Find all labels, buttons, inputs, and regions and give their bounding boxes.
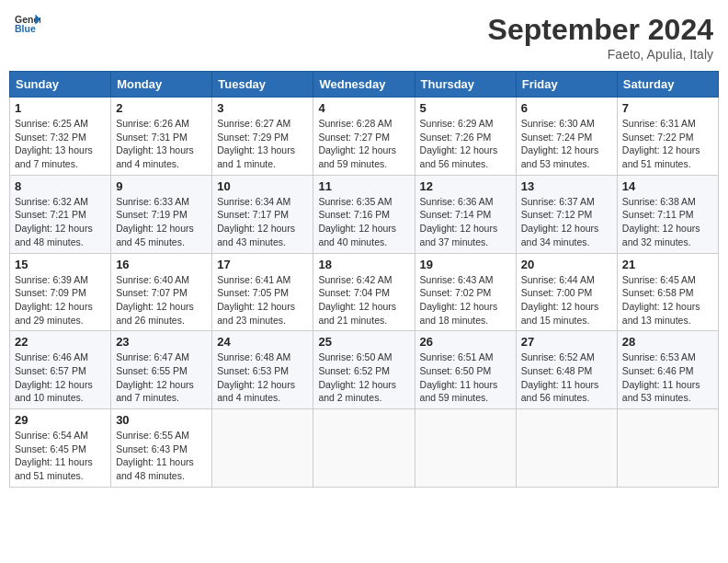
day-number: 20 (521, 258, 612, 271)
calendar-cell: 19Sunrise: 6:43 AMSunset: 7:02 PMDayligh… (415, 253, 516, 331)
day-info: Sunrise: 6:34 AMSunset: 7:17 PMDaylight:… (217, 195, 308, 249)
calendar-cell: 28Sunrise: 6:53 AMSunset: 6:46 PMDayligh… (617, 331, 718, 409)
header: General Blue September 2024 Faeto, Apuli… (9, 9, 719, 65)
calendar-cell: 4Sunrise: 6:28 AMSunset: 7:27 PMDaylight… (313, 98, 415, 176)
day-info: Sunrise: 6:45 AMSunset: 6:58 PMDaylight:… (622, 273, 713, 327)
calendar-cell: 5Sunrise: 6:29 AMSunset: 7:26 PMDaylight… (415, 98, 516, 176)
calendar-cell: 22Sunrise: 6:46 AMSunset: 6:57 PMDayligh… (10, 331, 111, 409)
logo: General Blue (15, 13, 40, 35)
calendar-cell (313, 409, 415, 488)
day-number: 2 (116, 101, 207, 115)
day-info: Sunrise: 6:48 AMSunset: 6:53 PMDaylight:… (217, 350, 308, 405)
day-info: Sunrise: 6:52 AMSunset: 6:48 PMDaylight:… (521, 350, 612, 405)
day-number: 14 (622, 179, 713, 193)
calendar-cell: 27Sunrise: 6:52 AMSunset: 6:48 PMDayligh… (516, 331, 617, 409)
day-number: 26 (420, 335, 511, 349)
day-number: 4 (318, 101, 409, 115)
calendar-cell: 24Sunrise: 6:48 AMSunset: 6:53 PMDayligh… (212, 331, 313, 409)
day-number: 28 (622, 335, 713, 349)
calendar-table: SundayMondayTuesdayWednesdayThursdayFrid… (9, 71, 719, 488)
day-info: Sunrise: 6:36 AMSunset: 7:14 PMDaylight:… (420, 195, 511, 249)
calendar-cell: 14Sunrise: 6:38 AMSunset: 7:11 PMDayligh… (617, 175, 718, 253)
day-number: 5 (420, 101, 511, 115)
calendar-cell: 26Sunrise: 6:51 AMSunset: 6:50 PMDayligh… (415, 331, 516, 409)
day-info: Sunrise: 6:39 AMSunset: 7:09 PMDaylight:… (15, 273, 106, 327)
calendar-week-row: 15Sunrise: 6:39 AMSunset: 7:09 PMDayligh… (10, 253, 719, 331)
day-number: 15 (15, 258, 106, 271)
day-number: 13 (521, 179, 612, 193)
calendar-cell: 2Sunrise: 6:26 AMSunset: 7:31 PMDaylight… (111, 98, 212, 176)
calendar-cell: 17Sunrise: 6:41 AMSunset: 7:05 PMDayligh… (212, 253, 313, 331)
day-number: 21 (622, 258, 713, 271)
day-info: Sunrise: 6:27 AMSunset: 7:29 PMDaylight:… (217, 117, 308, 171)
day-number: 6 (521, 101, 612, 115)
day-number: 30 (116, 413, 207, 427)
day-info: Sunrise: 6:55 AMSunset: 6:43 PMDaylight:… (116, 429, 207, 483)
day-info: Sunrise: 6:28 AMSunset: 7:27 PMDaylight:… (318, 117, 409, 171)
day-info: Sunrise: 6:51 AMSunset: 6:50 PMDaylight:… (420, 350, 511, 405)
day-number: 29 (15, 413, 106, 427)
calendar-cell: 18Sunrise: 6:42 AMSunset: 7:04 PMDayligh… (313, 253, 415, 331)
calendar-cell: 7Sunrise: 6:31 AMSunset: 7:22 PMDaylight… (617, 98, 718, 176)
calendar-cell: 15Sunrise: 6:39 AMSunset: 7:09 PMDayligh… (10, 253, 111, 331)
day-info: Sunrise: 6:38 AMSunset: 7:11 PMDaylight:… (622, 195, 713, 249)
day-number: 7 (622, 101, 713, 115)
day-number: 22 (15, 335, 106, 349)
calendar-cell: 6Sunrise: 6:30 AMSunset: 7:24 PMDaylight… (516, 98, 617, 176)
day-info: Sunrise: 6:54 AMSunset: 6:45 PMDaylight:… (15, 429, 106, 483)
day-number: 10 (217, 179, 308, 193)
day-number: 24 (217, 335, 308, 349)
title-area: September 2024 Faeto, Apulia, Italy (488, 13, 713, 62)
day-info: Sunrise: 6:37 AMSunset: 7:12 PMDaylight:… (521, 195, 612, 249)
day-number: 12 (420, 179, 511, 193)
calendar-cell: 3Sunrise: 6:27 AMSunset: 7:29 PMDaylight… (212, 98, 313, 176)
day-info: Sunrise: 6:40 AMSunset: 7:07 PMDaylight:… (116, 273, 207, 327)
day-number: 25 (318, 335, 409, 349)
day-info: Sunrise: 6:43 AMSunset: 7:02 PMDaylight:… (420, 273, 511, 327)
calendar-cell (212, 409, 313, 488)
col-header-sunday: Sunday (10, 72, 111, 98)
day-info: Sunrise: 6:44 AMSunset: 7:00 PMDaylight:… (521, 273, 612, 327)
calendar-cell: 11Sunrise: 6:35 AMSunset: 7:16 PMDayligh… (313, 175, 415, 253)
day-info: Sunrise: 6:47 AMSunset: 6:55 PMDaylight:… (116, 350, 207, 405)
col-header-thursday: Thursday (415, 72, 516, 98)
calendar-cell (617, 409, 718, 488)
day-info: Sunrise: 6:46 AMSunset: 6:57 PMDaylight:… (15, 350, 106, 405)
day-number: 11 (318, 179, 409, 193)
calendar-cell: 12Sunrise: 6:36 AMSunset: 7:14 PMDayligh… (415, 175, 516, 253)
day-number: 1 (15, 101, 106, 115)
col-header-wednesday: Wednesday (313, 72, 415, 98)
day-info: Sunrise: 6:53 AMSunset: 6:46 PMDaylight:… (622, 350, 713, 405)
col-header-monday: Monday (111, 72, 212, 98)
svg-text:Blue: Blue (15, 23, 36, 34)
calendar-week-row: 22Sunrise: 6:46 AMSunset: 6:57 PMDayligh… (10, 331, 719, 409)
calendar-cell: 30Sunrise: 6:55 AMSunset: 6:43 PMDayligh… (111, 409, 212, 488)
calendar-header-row: SundayMondayTuesdayWednesdayThursdayFrid… (10, 72, 719, 98)
day-info: Sunrise: 6:32 AMSunset: 7:21 PMDaylight:… (15, 195, 106, 249)
calendar-cell: 25Sunrise: 6:50 AMSunset: 6:52 PMDayligh… (313, 331, 415, 409)
calendar-cell: 23Sunrise: 6:47 AMSunset: 6:55 PMDayligh… (111, 331, 212, 409)
day-info: Sunrise: 6:30 AMSunset: 7:24 PMDaylight:… (521, 117, 612, 171)
day-number: 18 (318, 258, 409, 271)
day-info: Sunrise: 6:35 AMSunset: 7:16 PMDaylight:… (318, 195, 409, 249)
col-header-tuesday: Tuesday (212, 72, 313, 98)
day-number: 16 (116, 258, 207, 271)
calendar-cell: 29Sunrise: 6:54 AMSunset: 6:45 PMDayligh… (10, 409, 111, 488)
calendar-cell: 20Sunrise: 6:44 AMSunset: 7:00 PMDayligh… (516, 253, 617, 331)
calendar-cell: 13Sunrise: 6:37 AMSunset: 7:12 PMDayligh… (516, 175, 617, 253)
calendar-cell: 10Sunrise: 6:34 AMSunset: 7:17 PMDayligh… (212, 175, 313, 253)
day-info: Sunrise: 6:25 AMSunset: 7:32 PMDaylight:… (15, 117, 106, 171)
day-info: Sunrise: 6:26 AMSunset: 7:31 PMDaylight:… (116, 117, 207, 171)
calendar-cell: 21Sunrise: 6:45 AMSunset: 6:58 PMDayligh… (617, 253, 718, 331)
day-number: 8 (15, 179, 106, 193)
day-number: 23 (116, 335, 207, 349)
day-info: Sunrise: 6:31 AMSunset: 7:22 PMDaylight:… (622, 117, 713, 171)
day-number: 17 (217, 258, 308, 271)
calendar-cell: 16Sunrise: 6:40 AMSunset: 7:07 PMDayligh… (111, 253, 212, 331)
day-info: Sunrise: 6:41 AMSunset: 7:05 PMDaylight:… (217, 273, 308, 327)
day-number: 9 (116, 179, 207, 193)
col-header-saturday: Saturday (617, 72, 718, 98)
day-info: Sunrise: 6:42 AMSunset: 7:04 PMDaylight:… (318, 273, 409, 327)
calendar-cell (415, 409, 516, 488)
col-header-friday: Friday (516, 72, 617, 98)
